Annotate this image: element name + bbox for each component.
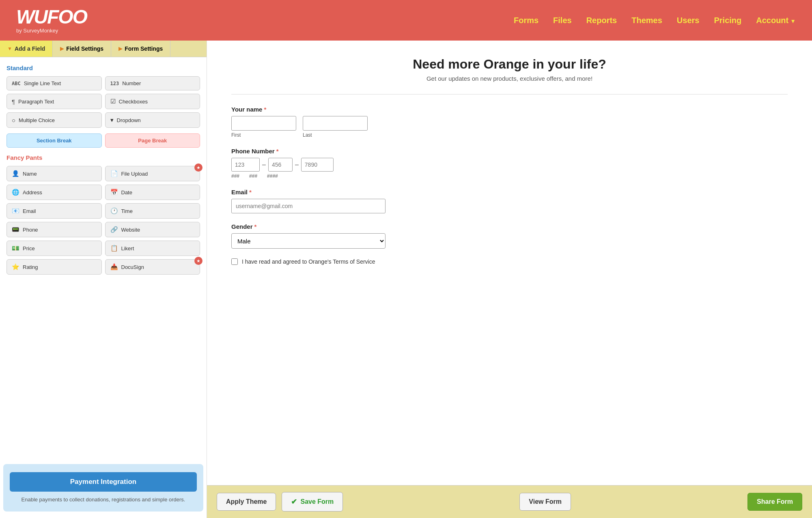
single-line-label: Single Line Text [24,80,61,86]
payment-description: Enable payments to collect donations, re… [10,496,197,504]
phone-prefix-input[interactable] [268,158,293,172]
field-btn-date[interactable]: 📅 Date [105,185,200,200]
field-btn-phone[interactable]: 📟 Phone [6,222,102,237]
nav-reports[interactable]: Reports [586,16,617,25]
name-field-icon: 👤 [12,170,19,177]
page-break-btn[interactable]: Page Break [105,133,200,148]
field-btn-price[interactable]: 💵 Price [6,241,102,256]
phone-area-input[interactable] [231,158,260,172]
field-btn-single-line[interactable]: ABC Single Line Text [6,76,102,90]
terms-checkbox[interactable] [231,258,238,265]
field-btn-docusign[interactable]: 📥 DocuSign [105,259,200,275]
rating-label: Rating [23,264,38,270]
last-name-group: Last [303,116,368,138]
form-area: Need more Orange in your life? Get our u… [207,41,812,518]
first-label: First [231,132,296,138]
gender-select[interactable]: Male Female Other Prefer not to say [231,233,386,249]
nav-themes[interactable]: Themes [631,16,662,25]
tab-form-settings[interactable]: ▶ Form Settings [111,41,170,57]
tab-arrow-form: ▶ [118,46,122,52]
likert-icon: 📋 [110,245,118,252]
tab-add-field-label: Add a Field [15,45,45,52]
tab-field-settings[interactable]: ▶ Field Settings [53,41,111,57]
nav-files[interactable]: Files [553,16,572,25]
field-btn-email[interactable]: 📧 Email [6,203,102,219]
field-btn-time[interactable]: 🕐 Time [105,203,200,219]
docusign-premium-badge: ★ [194,257,202,265]
first-name-input[interactable] [231,116,296,131]
tabs-bar: ▼ Add a Field ▶ Field Settings ▶ Form Se… [0,41,207,57]
field-btn-checkboxes[interactable]: ☑ Checkboxes [105,94,200,109]
required-star-gender: * [254,223,257,230]
field-btn-likert[interactable]: 📋 Likert [105,241,200,256]
footer-toolbar: Apply Theme ✔ Save Form View Form Share … [207,485,812,518]
tab-arrow-add: ▼ [7,46,12,52]
number-label: Number [122,80,141,86]
apply-theme-button[interactable]: Apply Theme [217,493,276,511]
phone-number-input[interactable] [301,158,334,172]
save-checkmark-icon: ✔ [291,497,297,506]
likert-label: Likert [121,245,134,251]
file-upload-wrapper: 📄 File Upload ★ [105,166,200,181]
nav-forms[interactable]: Forms [514,16,538,25]
docusign-label: DocuSign [121,264,144,270]
field-btn-paragraph[interactable]: ¶ Paragraph Text [6,94,102,109]
time-icon: 🕐 [110,207,118,215]
field-btn-rating[interactable]: ⭐ Rating [6,259,102,275]
email-input[interactable] [231,199,386,213]
email-field-label-text: Email* [231,189,788,196]
form-field-name: Your name* First Last [231,106,788,138]
field-btn-file-upload[interactable]: 📄 File Upload [105,166,200,181]
phone-hint-2: ### [249,173,257,179]
docusign-wrapper: 📥 DocuSign ★ [105,259,200,275]
phone-sep-2: – [295,161,299,168]
form-field-phone: Phone Number* – – ### ### #### [231,148,788,179]
dropdown-label: Dropdown [117,117,141,123]
field-btn-dropdown[interactable]: ▾ Dropdown [105,112,200,128]
form-divider [231,94,788,95]
docusign-icon: 📥 [110,263,118,271]
tab-add-field[interactable]: ▼ Add a Field [0,41,53,57]
payment-area: Payment Integration Enable payments to c… [3,464,203,512]
multiple-choice-icon: ○ [12,117,15,124]
nav-account[interactable]: Account [756,16,796,25]
required-star-email: * [249,189,252,196]
section-break-btn[interactable]: Section Break [6,133,102,148]
date-icon: 📅 [110,189,118,196]
field-btn-address[interactable]: 🌐 Address [6,185,102,200]
sidebar-content: Standard ABC Single Line Text 123 Number… [0,57,207,459]
field-btn-website[interactable]: 🔗 Website [105,222,200,237]
break-row: Section Break Page Break [6,133,200,148]
field-btn-number[interactable]: 123 Number [105,76,200,90]
nav-users[interactable]: Users [677,16,700,25]
logo: WUFOO [16,7,87,27]
logo-subtitle: by SurveyMonkey [16,28,87,34]
field-btn-multiple-choice[interactable]: ○ Multiple Choice [6,112,102,128]
sidebar: ▼ Add a Field ▶ Field Settings ▶ Form Se… [0,41,207,518]
view-form-button[interactable]: View Form [519,493,571,511]
address-label: Address [23,189,42,196]
main-layout: ▼ Add a Field ▶ Field Settings ▶ Form Se… [0,41,812,518]
tab-field-settings-label: Field Settings [66,45,103,52]
payment-integration-button[interactable]: Payment Integration [10,472,197,492]
phone-inputs-row: – – [231,158,788,172]
save-form-button[interactable]: ✔ Save Form [282,492,343,512]
dropdown-icon: ▾ [110,116,114,124]
tab-form-settings-label: Form Settings [125,45,163,52]
nav-pricing[interactable]: Pricing [714,16,741,25]
name-field-label: Name [23,171,37,177]
field-btn-name[interactable]: 👤 Name [6,166,102,181]
phone-sep-1: – [262,161,266,168]
time-label: Time [121,208,133,214]
checkboxes-label: Checkboxes [119,99,148,105]
phone-hints: ### ### #### [231,173,788,179]
last-name-input[interactable] [303,116,368,131]
last-label: Last [303,132,368,138]
share-form-button[interactable]: Share Form [747,493,802,511]
form-field-gender: Gender* Male Female Other Prefer not to … [231,223,788,249]
required-star-phone: * [276,148,279,155]
fancy-section-label: Fancy Pants [6,154,200,161]
single-line-icon: ABC [12,81,21,86]
name-field-label: Your name* [231,106,788,113]
website-icon: 🔗 [110,226,118,233]
